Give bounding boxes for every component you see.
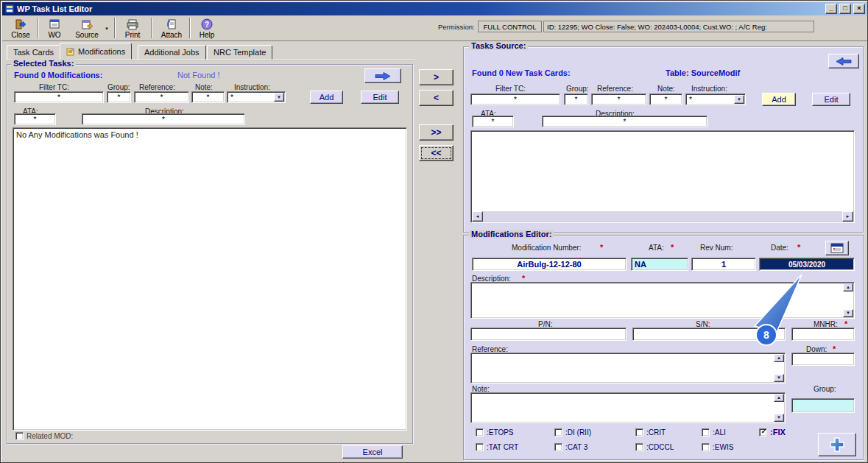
- modification-number-input[interactable]: AirBulg-12-12-80: [472, 258, 627, 271]
- mnhr-input[interactable]: [791, 328, 855, 341]
- ewis-checkbox[interactable]: ✓ :EWIS: [702, 443, 733, 451]
- date-input[interactable]: 05/03/2020: [759, 258, 855, 271]
- close-window-button[interactable]: ×: [853, 4, 865, 14]
- scroll-down-icon[interactable]: ▼: [774, 414, 784, 422]
- add-new-modification-button[interactable]: [818, 433, 856, 456]
- move-all-right-button[interactable]: >>: [419, 124, 454, 141]
- checkbox-box[interactable]: ✓: [702, 443, 710, 451]
- related-mod-checkbox[interactable]: ✓ Related MOD:: [15, 432, 73, 440]
- scroll-up-icon[interactable]: ▲: [774, 354, 784, 362]
- di-rii-checkbox[interactable]: ✓ :DI (RII): [554, 428, 591, 437]
- crit-checkbox[interactable]: ✓ :CRIT: [635, 428, 666, 437]
- chevron-down-icon[interactable]: ▼: [274, 93, 284, 102]
- group-input[interactable]: *: [107, 91, 131, 103]
- source-edit-button[interactable]: Edit: [812, 93, 850, 106]
- checkbox-box[interactable]: ✓: [635, 428, 643, 437]
- window-title: WP Task List Editor: [17, 4, 823, 13]
- filter-tc-input[interactable]: *: [14, 91, 104, 103]
- toolbar-separator: [151, 18, 152, 38]
- checkbox-box[interactable]: ✓: [15, 432, 24, 440]
- edit-button[interactable]: Edit: [361, 91, 399, 104]
- move-right-button[interactable]: >: [419, 69, 454, 85]
- calendar-button[interactable]: [825, 241, 849, 255]
- excel-button[interactable]: Excel: [342, 445, 403, 459]
- chevron-down-icon: ▼: [105, 26, 109, 31]
- toolbar-print-button[interactable]: Print: [119, 17, 147, 40]
- checkbox-box[interactable]: ✓: [759, 428, 767, 437]
- move-to-selected-button[interactable]: [828, 54, 859, 68]
- sn-input[interactable]: [632, 328, 786, 341]
- tab-modifications[interactable]: Modifications: [60, 43, 132, 60]
- required-marker: *: [797, 243, 800, 252]
- scroll-left-icon[interactable]: ◄: [472, 211, 483, 222]
- source-group-input[interactable]: *: [564, 93, 588, 105]
- ali-checkbox[interactable]: ✓ :ALI: [702, 428, 726, 437]
- filter-tc-label: Filter TC:: [39, 83, 69, 91]
- maximize-button[interactable]: □: [839, 4, 851, 14]
- source-add-button[interactable]: Add: [762, 93, 796, 106]
- move-left-button[interactable]: <: [419, 90, 454, 106]
- modification-number-value: AirBulg-12-12-80: [517, 260, 581, 269]
- down-input[interactable]: [791, 353, 855, 366]
- minimize-button[interactable]: _: [825, 4, 837, 14]
- app-window: WP Task List Editor _ □ × Close WO Sourc…: [0, 0, 868, 463]
- chevron-down-icon[interactable]: ▼: [734, 95, 744, 104]
- source-task-list[interactable]: ◄ ►: [470, 130, 855, 223]
- source-ata-input[interactable]: *: [472, 116, 514, 127]
- scroll-down-icon[interactable]: ▼: [843, 309, 853, 317]
- toolbar-attach-button[interactable]: Attach: [157, 17, 186, 40]
- checkbox-box[interactable]: ✓: [476, 443, 484, 451]
- description-textarea[interactable]: ▲ ▼: [470, 282, 855, 319]
- source-filter-tc-input[interactable]: *: [470, 93, 560, 105]
- cat-3-checkbox[interactable]: ✓ :CAT 3: [554, 443, 588, 451]
- move-to-source-button[interactable]: [364, 68, 401, 83]
- ata-input[interactable]: NA: [631, 258, 688, 271]
- source-instruction-select[interactable]: * ▼: [685, 93, 746, 105]
- scroll-up-icon[interactable]: ▲: [843, 283, 853, 291]
- tab-nrc-template[interactable]: NRC Template: [207, 45, 272, 60]
- move-all-left-button[interactable]: <<: [419, 145, 454, 161]
- rev-num-input[interactable]: 1: [691, 258, 756, 271]
- scroll-up-icon[interactable]: ▲: [774, 394, 784, 402]
- group-input[interactable]: [791, 398, 855, 413]
- checkbox-box[interactable]: ✓: [554, 443, 562, 451]
- fix-checkbox[interactable]: ✓ :FIX: [759, 428, 786, 437]
- toolbar-wo-button[interactable]: WO: [42, 17, 67, 40]
- toolbar-help-button[interactable]: ? Help: [194, 17, 220, 40]
- pn-input[interactable]: [470, 328, 627, 341]
- tat-crt-checkbox[interactable]: ✓ :TAT CRT: [476, 443, 518, 451]
- instruction-select[interactable]: * ▼: [227, 91, 286, 103]
- source-note-input[interactable]: *: [649, 93, 682, 105]
- source-description-input[interactable]: *: [542, 116, 708, 127]
- etops-checkbox[interactable]: ✓ :ETOPS: [476, 428, 514, 437]
- instruction-label: Instruction:: [234, 83, 270, 91]
- add-button[interactable]: Add: [310, 91, 343, 104]
- checkbox-box[interactable]: ✓: [635, 443, 643, 451]
- instruction-value: *: [230, 93, 233, 102]
- reference-input[interactable]: *: [134, 91, 189, 103]
- note-label: Note:: [657, 85, 675, 93]
- note-textarea[interactable]: ▲ ▼: [470, 392, 786, 423]
- selected-found-count: Found 0 Modifications:: [14, 71, 102, 79]
- scroll-right-icon[interactable]: ►: [842, 211, 853, 222]
- cdccl-checkbox[interactable]: ✓ :CDCCL: [635, 443, 674, 451]
- checkbox-box[interactable]: ✓: [476, 428, 484, 437]
- toolbar-source-dropdown[interactable]: ▼: [102, 17, 111, 40]
- tab-task-cards[interactable]: Task Cards: [7, 45, 60, 60]
- note-input[interactable]: *: [191, 91, 225, 103]
- required-marker: *: [600, 243, 603, 252]
- modifications-tab-icon: [66, 47, 75, 56]
- exit-door-icon: [15, 18, 27, 30]
- toolbar-close-button[interactable]: Close: [7, 17, 35, 40]
- checkbox-box[interactable]: ✓: [702, 428, 710, 437]
- ata-input[interactable]: *: [14, 113, 56, 125]
- description-input[interactable]: *: [82, 113, 245, 125]
- tab-additional-jobs[interactable]: Additional Jobs: [138, 45, 206, 60]
- toolbar-source-button[interactable]: Source: [71, 17, 102, 40]
- scroll-down-icon[interactable]: ▼: [774, 374, 784, 382]
- modifications-list[interactable]: No Any Modifications was Found !: [13, 127, 407, 431]
- reference-textarea[interactable]: ▲ ▼: [470, 353, 786, 384]
- checkbox-box[interactable]: ✓: [554, 428, 562, 437]
- horizontal-scrollbar[interactable]: ◄ ►: [472, 211, 853, 222]
- source-reference-input[interactable]: *: [591, 93, 646, 105]
